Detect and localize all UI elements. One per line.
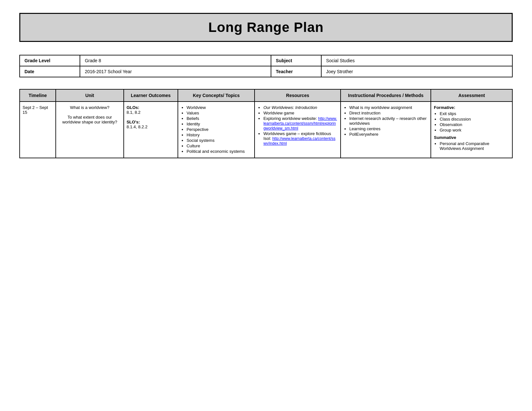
list-item: Beliefs [187,116,252,121]
list-item: Group work [440,128,509,132]
list-item: Identity [187,122,252,126]
glos-value: 8.1, 8.2 [127,110,140,115]
link-worldviews-game[interactable]: http://www.learnalberta.ca/content/sswv/… [263,136,335,146]
list-item: PollEverywhere [349,132,428,137]
slos-label: SLO's: 8.1.4, 8.2.2 [127,120,175,129]
list-item: What is my worldview assignment [349,105,428,110]
list-item: Exploring worldview website: http://www.… [263,116,338,131]
list-item: Direct instruction [349,111,428,115]
list-item: Worldview [187,105,252,110]
list-item: Values [187,111,252,115]
keyconcepts-cell: Worldview Values Beliefs Identity Perspe… [178,102,255,158]
resources-cell: Our Worldviews: Introduction Worldview g… [255,102,341,158]
list-item: Internet research activity – research ot… [349,116,428,126]
list-item: Political and economic systems [187,149,252,154]
unit-cell: What is a worldview? To what extent does… [56,102,123,158]
keyconcepts-list: Worldview Values Beliefs Identity Perspe… [181,105,252,154]
summative-label: Summative [434,135,509,140]
outcomes-cell: GLOs: 8.1, 8.2 SLO's: 8.1.4, 8.2.2 [124,102,178,158]
resources-list: Our Worldviews: Introduction Worldview g… [257,105,338,146]
list-item: Perspective [187,127,252,132]
list-item: Our Worldviews: Introduction [263,105,338,110]
header-keyconcepts: Key Concepts/ Topics [178,89,255,102]
table-row: Sept 2 – Sept 15 What is a worldview? To… [20,102,512,158]
formative-label: Formative: [434,105,509,110]
instructional-cell: What is my worldview assignment Direct i… [341,102,431,158]
link-exploring-worldview[interactable]: http://www.learnalberta.ca/content/sssm/… [263,116,337,131]
list-item: History [187,132,252,137]
formative-list: Exit slips Class discussion Observation … [434,111,509,132]
subject-label: Subject [271,55,321,66]
main-planning-table: Timeline Unit Learner Outcomes Key Conce… [19,89,513,158]
header-unit: Unit [56,89,123,102]
header-outcomes: Learner Outcomes [124,89,178,102]
subject-value: Social Studies [321,55,512,66]
list-item: Class discussion [440,117,509,122]
grade-level-value: Grade 8 [80,55,271,66]
timeline-cell: Sept 2 – Sept 15 [20,102,56,158]
list-item: Learning centres [349,126,428,131]
teacher-value: Joey Strother [321,66,512,77]
summative-list: Personal and Comparative Worldviews Assi… [434,141,509,151]
list-item: Culture [187,143,252,148]
list-item: Worldview game [263,111,338,115]
teacher-label: Teacher [271,66,321,77]
unit-text: What is a worldview? To what extent does… [59,105,121,124]
title-box: Long Range Plan [19,13,513,42]
list-item: Exit slips [440,111,509,116]
date-label: Date [20,66,80,77]
list-item: Observation [440,122,509,127]
info-table: Grade Level Grade 8 Subject Social Studi… [19,55,513,77]
header-timeline: Timeline [20,89,56,102]
grade-level-label: Grade Level [20,55,80,66]
list-item: Social systems [187,138,252,143]
slos-value: 8.1.4, 8.2.2 [127,124,148,129]
header-resources: Resources [255,89,341,102]
assessment-cell: Formative: Exit slips Class discussion O… [431,102,512,158]
header-assessment: Assessment [431,89,512,102]
list-item: Worldviews game – explore fictitious Iso… [263,131,338,146]
list-item: Personal and Comparative Worldviews Assi… [440,141,509,151]
header-instructional: Instructional Procedures / Methods [341,89,431,102]
date-value: 2016-2017 School Year [80,66,271,77]
instructional-list: What is my worldview assignment Direct i… [343,105,428,137]
page-title: Long Range Plan [27,20,505,35]
glos-label: GLOs: 8.1, 8.2 [127,105,175,115]
